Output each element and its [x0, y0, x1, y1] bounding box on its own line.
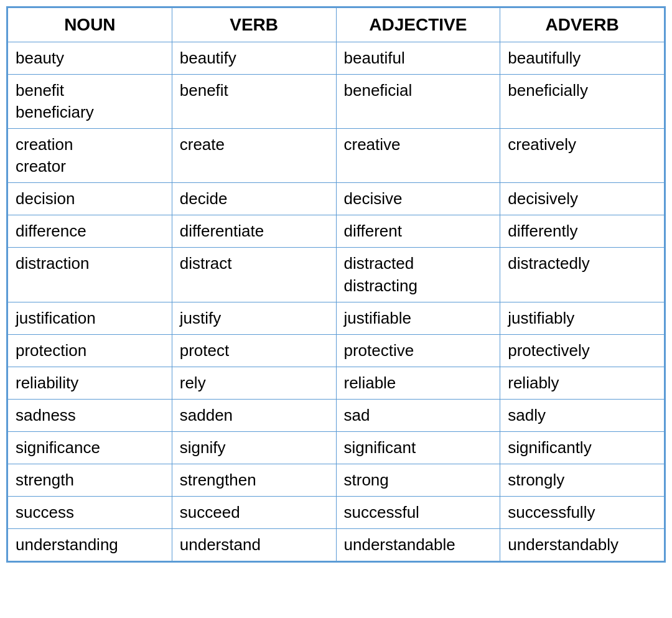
table-row: protectionprotectprotectiveprotectively: [8, 334, 665, 367]
table-row: benefitbeneficiarybenefitbeneficialbenef…: [8, 74, 665, 128]
cell-noun-11: strength: [8, 464, 172, 497]
cell-adjective-9: sad: [336, 399, 500, 431]
cell-adjective-6: justifiable: [336, 302, 500, 334]
cell-verb-11: strengthen: [172, 464, 336, 497]
cell-verb-4: differentiate: [172, 215, 336, 248]
table-row: sadnesssaddensadsadly: [8, 399, 665, 431]
table-row: differencedifferentiatedifferentdifferen…: [8, 215, 665, 248]
table-row: reliabilityrelyreliablereliably: [8, 367, 665, 399]
cell-verb-9: sadden: [172, 399, 336, 431]
cell-adjective-0: beautiful: [336, 42, 500, 74]
cell-adjective-10: significant: [336, 432, 500, 464]
cell-verb-6: justify: [172, 302, 336, 334]
cell-adverb-12: successfully: [500, 497, 665, 529]
table-row: understandingunderstandunderstandableund…: [8, 529, 665, 561]
cell-adverb-0: beautifully: [500, 42, 665, 74]
word-forms-table: NOUN VERB ADJECTIVE ADVERB beautybeautif…: [6, 6, 666, 563]
header-row: NOUN VERB ADJECTIVE ADVERB: [8, 8, 665, 42]
cell-adjective-12: successful: [336, 497, 500, 529]
cell-noun-4: difference: [8, 215, 172, 248]
cell-adverb-6: justifiably: [500, 302, 665, 334]
cell-verb-1: benefit: [172, 74, 336, 128]
cell-adjective-11: strong: [336, 464, 500, 497]
cell-verb-7: protect: [172, 334, 336, 367]
cell-verb-0: beautify: [172, 42, 336, 74]
cell-adverb-8: reliably: [500, 367, 665, 399]
cell-adjective-2: creative: [336, 129, 500, 183]
cell-verb-12: succeed: [172, 497, 336, 529]
cell-adjective-4: different: [336, 215, 500, 248]
cell-noun-0: beauty: [8, 42, 172, 74]
header-noun: NOUN: [8, 8, 172, 42]
table-row: justificationjustifyjustifiablejustifiab…: [8, 302, 665, 334]
cell-noun-12: success: [8, 497, 172, 529]
cell-adverb-1: beneficially: [500, 74, 665, 128]
cell-adverb-13: understandably: [500, 529, 665, 561]
cell-verb-10: signify: [172, 432, 336, 464]
cell-noun-13: understanding: [8, 529, 172, 561]
table-row: decisiondecidedecisivedecisively: [8, 183, 665, 215]
cell-noun-10: significance: [8, 432, 172, 464]
cell-verb-2: create: [172, 129, 336, 183]
cell-adverb-10: significantly: [500, 432, 665, 464]
cell-adjective-3: decisive: [336, 183, 500, 215]
cell-noun-7: protection: [8, 334, 172, 367]
cell-noun-3: decision: [8, 183, 172, 215]
header-adjective: ADJECTIVE: [336, 8, 500, 42]
table-row: distractiondistractdistracteddistracting…: [8, 248, 665, 302]
cell-adverb-11: strongly: [500, 464, 665, 497]
cell-adjective-13: understandable: [336, 529, 500, 561]
table-row: creationcreatorcreatecreativecreatively: [8, 129, 665, 183]
table-row: beautybeautifybeautifulbeautifully: [8, 42, 665, 74]
cell-adverb-2: creatively: [500, 129, 665, 183]
cell-verb-13: understand: [172, 529, 336, 561]
cell-adverb-3: decisively: [500, 183, 665, 215]
cell-adverb-9: sadly: [500, 399, 665, 431]
cell-adjective-5: distracteddistracting: [336, 248, 500, 302]
header-adverb: ADVERB: [500, 8, 665, 42]
cell-verb-3: decide: [172, 183, 336, 215]
cell-verb-8: rely: [172, 367, 336, 399]
cell-noun-2: creationcreator: [8, 129, 172, 183]
table-row: significancesignifysignificantsignifican…: [8, 432, 665, 464]
cell-adverb-7: protectively: [500, 334, 665, 367]
cell-noun-9: sadness: [8, 399, 172, 431]
cell-adjective-8: reliable: [336, 367, 500, 399]
cell-noun-5: distraction: [8, 248, 172, 302]
cell-verb-5: distract: [172, 248, 336, 302]
cell-noun-1: benefitbeneficiary: [8, 74, 172, 128]
table-row: strengthstrengthenstrongstrongly: [8, 464, 665, 497]
cell-adverb-4: differently: [500, 215, 665, 248]
cell-adverb-5: distractedly: [500, 248, 665, 302]
header-verb: VERB: [172, 8, 336, 42]
cell-adjective-1: beneficial: [336, 74, 500, 128]
cell-noun-8: reliability: [8, 367, 172, 399]
table-row: successsucceedsuccessfulsuccessfully: [8, 497, 665, 529]
cell-noun-6: justification: [8, 302, 172, 334]
cell-adjective-7: protective: [336, 334, 500, 367]
